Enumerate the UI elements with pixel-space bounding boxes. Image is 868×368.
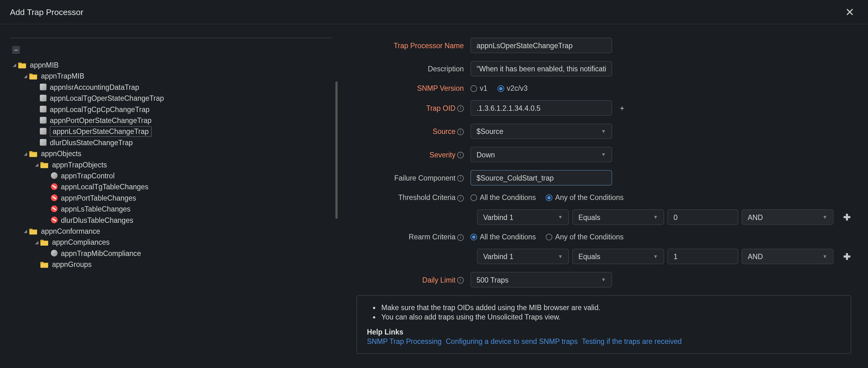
- folder-icon: [40, 161, 49, 168]
- help-link-config[interactable]: Configuring a device to send SNMP traps: [446, 337, 578, 346]
- tree-leaf[interactable]: appnLocalTgTableChanges: [61, 182, 149, 191]
- tree-node-appntrapmib[interactable]: appnTrapMIB: [41, 72, 85, 80]
- rearm-varbind-select[interactable]: Varbind 1▼: [477, 249, 569, 264]
- rearm-value-input[interactable]: [668, 249, 739, 264]
- threshold-logic-select[interactable]: AND▼: [742, 209, 834, 225]
- expand-toggle[interactable]: ◢: [22, 227, 29, 234]
- radio-label: All the Conditions: [480, 193, 536, 202]
- counter-icon: [51, 217, 58, 223]
- counter-icon: [51, 183, 58, 190]
- modal-title: Add Trap Processor: [10, 7, 84, 17]
- counter-icon: [51, 194, 58, 201]
- info-icon[interactable]: i: [457, 175, 464, 181]
- info-icon[interactable]: i: [457, 129, 464, 135]
- label-rearm: Rearm Criteriai: [354, 232, 471, 241]
- threshold-operator-select[interactable]: Equals▼: [572, 209, 664, 225]
- expand-toggle[interactable]: ◢: [22, 73, 29, 79]
- tree-leaf[interactable]: appnLocalTgCpCpChangeTrap: [50, 105, 150, 113]
- rearm-all-radio[interactable]: All the Conditions: [471, 232, 536, 241]
- folder-icon: [29, 150, 37, 157]
- threshold-varbind-select[interactable]: Varbind 1▼: [477, 209, 569, 225]
- radio-label: All the Conditions: [480, 232, 536, 241]
- severity-select[interactable]: Down▼: [471, 147, 612, 162]
- help-link-snmp[interactable]: SNMP Trap Processing: [367, 337, 442, 346]
- folder-icon: [29, 227, 37, 235]
- threshold-any-radio[interactable]: Any of the Conditions: [546, 193, 624, 202]
- tree-node-conformance[interactable]: appnConformance: [41, 227, 100, 235]
- label-snmp: SNMP Version: [354, 84, 471, 93]
- expand-toggle[interactable]: ◢: [33, 239, 40, 245]
- tree-scrollbar[interactable]: [336, 81, 339, 219]
- label-oid: Trap OIDi: [354, 104, 471, 112]
- tree-leaf[interactable]: dlurDlusTableChanges: [61, 216, 133, 224]
- tree-leaf[interactable]: appnPortTableChanges: [61, 194, 136, 202]
- threshold-all-radio[interactable]: All the Conditions: [471, 193, 536, 202]
- tree-leaf[interactable]: appnIsrAccountingDataTrap: [50, 83, 139, 91]
- tree-leaf[interactable]: appnTrapMibCompliance: [61, 249, 141, 258]
- collapse-all-button[interactable]: –: [12, 46, 20, 54]
- label-desc: Description: [354, 64, 471, 73]
- expand-toggle[interactable]: ◢: [11, 61, 18, 68]
- label-name: Trap Processor Name: [354, 41, 471, 50]
- help-links-title: Help Links: [367, 328, 841, 336]
- help-note: You can also add traps using the Unsolic…: [381, 313, 841, 321]
- label-threshold: Threshold Criteriai: [354, 193, 471, 202]
- label-severity: Severityi: [354, 150, 471, 159]
- snmp-v2-radio[interactable]: v2c/v3: [497, 84, 528, 93]
- tree-leaf[interactable]: appnTrapControl: [61, 171, 115, 180]
- add-rearm-button[interactable]: ✚: [842, 251, 851, 262]
- folder-icon: [40, 261, 49, 268]
- close-button[interactable]: ✕: [842, 3, 858, 21]
- expand-toggle[interactable]: ◢: [33, 161, 40, 168]
- folder-icon: [29, 72, 37, 80]
- tree-node-groups[interactable]: appnGroups: [52, 260, 92, 268]
- help-link-test[interactable]: Testing if the traps are received: [582, 337, 682, 346]
- info-icon[interactable]: i: [457, 195, 464, 201]
- tree-node-trapobjects[interactable]: appnTrapObjects: [52, 160, 107, 169]
- radio-label: v2c/v3: [507, 84, 528, 93]
- radio-label: Any of the Conditions: [555, 232, 624, 241]
- daily-limit-select[interactable]: 500 Traps▼: [471, 272, 612, 288]
- info-icon[interactable]: i: [457, 105, 464, 112]
- tree-node-compliances[interactable]: appnCompliances: [52, 238, 110, 246]
- radio-label: v1: [480, 84, 488, 93]
- tree-leaf[interactable]: appnPortOperStateChangeTrap: [50, 116, 151, 124]
- label-daily: Daily Limiti: [354, 276, 471, 284]
- rearm-any-radio[interactable]: Any of the Conditions: [546, 232, 624, 241]
- expand-toggle[interactable]: ◢: [22, 150, 29, 157]
- trap-icon: [40, 95, 46, 102]
- tree-leaf[interactable]: dlurDlusStateChangeTrap: [50, 138, 132, 147]
- help-note: Make sure that the trap OIDs added using…: [381, 304, 841, 312]
- trap-oid-input[interactable]: [471, 100, 612, 116]
- radio-label: Any of the Conditions: [555, 193, 624, 202]
- add-oid-button[interactable]: +: [618, 104, 626, 112]
- trap-name-input[interactable]: [471, 37, 612, 53]
- description-input[interactable]: [471, 61, 612, 77]
- info-icon[interactable]: i: [457, 234, 464, 240]
- help-box: Make sure that the trap OIDs added using…: [356, 295, 851, 354]
- tree-node-appnobjects[interactable]: appnObjects: [41, 149, 81, 158]
- info-icon[interactable]: i: [457, 277, 464, 284]
- tree-leaf-selected[interactable]: appnLsOperStateChangeTrap: [50, 126, 151, 137]
- tree-leaf[interactable]: appnLocalTgOperStateChangeTrap: [50, 94, 164, 102]
- folder-icon: [18, 61, 27, 68]
- compliance-icon: [51, 250, 58, 256]
- info-icon[interactable]: i: [457, 152, 464, 158]
- failure-component-input[interactable]: [471, 170, 612, 186]
- control-icon: [51, 172, 58, 179]
- source-select[interactable]: $Source▼: [471, 123, 612, 139]
- form-panel: Trap Processor Name Description SNMP Ver…: [354, 37, 858, 354]
- rearm-logic-select[interactable]: AND▼: [742, 249, 834, 264]
- threshold-value-input[interactable]: [668, 209, 739, 225]
- snmp-v1-radio[interactable]: v1: [471, 84, 488, 93]
- label-failure: Failure Componenti: [354, 174, 471, 182]
- add-threshold-button[interactable]: ✚: [842, 212, 851, 223]
- rearm-operator-select[interactable]: Equals▼: [572, 249, 664, 264]
- mib-tree-panel: – ◢ appnMIB ◢ appnTrapMIB appnIsrAccount…: [10, 37, 332, 354]
- tree-node-appnmib[interactable]: appnMIB: [30, 61, 59, 69]
- trap-icon: [40, 117, 46, 123]
- folder-icon: [40, 238, 49, 246]
- tree-leaf[interactable]: appnLsTableChanges: [61, 205, 131, 213]
- trap-icon: [40, 128, 46, 135]
- trap-icon: [40, 106, 46, 112]
